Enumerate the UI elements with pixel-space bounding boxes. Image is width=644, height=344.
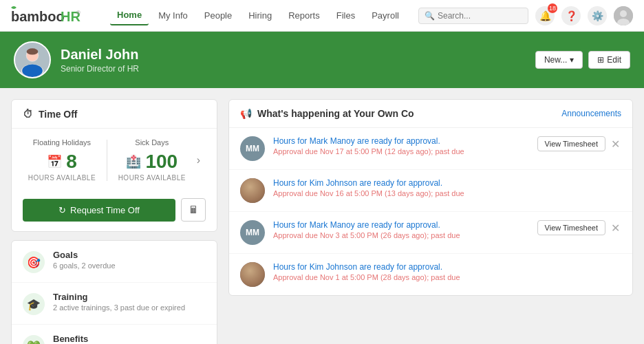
profile-avatar bbox=[14, 41, 51, 78]
notif-subtitle-4: Approval due Nov 1 at 5:00 PM (28 days a… bbox=[273, 273, 613, 281]
nav-people[interactable]: People bbox=[197, 6, 239, 25]
dismiss-button-1[interactable]: ✕ bbox=[610, 138, 621, 151]
svg-point-11 bbox=[27, 48, 39, 54]
avatar-mm-1: MM bbox=[240, 136, 265, 161]
svg-point-9 bbox=[22, 64, 43, 77]
right-panel: 📢 What's happening at Your Own Co Announ… bbox=[228, 99, 633, 344]
nav-myinfo[interactable]: My Info bbox=[151, 6, 195, 25]
notif-title-4[interactable]: Hours for Kim Johnson are ready for appr… bbox=[273, 262, 613, 272]
timeoff-sick: Sick Days 🏥 100 Hours Available bbox=[113, 138, 191, 182]
benefits-icon: 💚 bbox=[23, 335, 45, 344]
timeoff-types: Floating Holidays 📅 8 Hours Available Si… bbox=[23, 138, 206, 182]
navbar: bamboo HR ® Home My Info People Hiring R… bbox=[0, 0, 644, 32]
notif-content-2: Hours for Kim Johnson are ready for appr… bbox=[273, 178, 613, 197]
notif-title-3[interactable]: Hours for Mark Manoy are ready for appro… bbox=[273, 220, 529, 230]
nav-hiring[interactable]: Hiring bbox=[242, 6, 279, 25]
calculator-button[interactable]: 🖩 bbox=[181, 198, 206, 222]
megaphone-icon: 📢 bbox=[240, 108, 252, 119]
profile-info: Daniel John Senior Director of HR bbox=[14, 41, 139, 78]
clock-icon: ⏱ bbox=[23, 108, 33, 120]
goals-title: Goals bbox=[53, 250, 206, 260]
svg-text:bamboo: bamboo bbox=[11, 9, 65, 24]
sick-icon: 🏥 bbox=[126, 154, 141, 169]
kim-avatar-img bbox=[240, 178, 265, 203]
whats-happening-card: 📢 What's happening at Your Own Co Announ… bbox=[228, 99, 633, 296]
timeoff-next-button[interactable]: › bbox=[194, 154, 203, 166]
benefits-item[interactable]: 💚 Benefits You are enrolled in 4 benefit… bbox=[12, 325, 217, 344]
sick-label: Sick Days bbox=[113, 138, 191, 147]
announcements-link[interactable]: Announcements bbox=[561, 109, 621, 118]
avatar-kj-4 bbox=[240, 262, 265, 287]
timeoff-actions: ↻ Request Time Off 🖩 bbox=[12, 191, 217, 231]
timeoff-divider bbox=[107, 140, 107, 181]
training-icon: 🎓 bbox=[23, 293, 45, 315]
training-subtitle: 2 active trainings, 3 past due or expire… bbox=[53, 303, 206, 312]
settings-icon[interactable]: ⚙️ bbox=[588, 6, 607, 25]
view-timesheet-button-3[interactable]: View Timesheet bbox=[537, 220, 605, 235]
floating-sublabel: Hours Available bbox=[23, 174, 101, 182]
search-box[interactable]: 🔍 bbox=[418, 8, 528, 24]
edit-button[interactable]: ⊞ Edit bbox=[588, 51, 630, 69]
nav-reports[interactable]: Reports bbox=[281, 6, 327, 25]
search-input[interactable] bbox=[438, 11, 520, 21]
left-panel: ⏱ Time Off Floating Holidays 📅 8 Hours A… bbox=[11, 99, 217, 344]
timeoff-nav: › bbox=[191, 154, 206, 166]
timeoff-floating: Floating Holidays 📅 8 Hours Available bbox=[23, 138, 101, 182]
avatar-kj-2 bbox=[240, 178, 265, 203]
wh-header: 📢 What's happening at Your Own Co Announ… bbox=[229, 100, 632, 128]
view-timesheet-button-1[interactable]: View Timesheet bbox=[537, 136, 605, 151]
help-icon[interactable]: ❓ bbox=[561, 6, 581, 25]
nav-home[interactable]: Home bbox=[110, 6, 149, 25]
notif-content-4: Hours for Kim Johnson are ready for appr… bbox=[273, 262, 613, 281]
floating-amount: 📅 8 bbox=[23, 151, 101, 173]
kim-avatar-img-2 bbox=[240, 262, 265, 287]
profile-title: Senior Director of HR bbox=[61, 64, 139, 74]
profile-actions: New... ▾ ⊞ Edit bbox=[535, 51, 630, 69]
notif-actions-3: View Timesheet ✕ bbox=[537, 220, 621, 235]
sick-sublabel: Hours Available bbox=[113, 174, 191, 182]
timeoff-card: ⏱ Time Off Floating Holidays 📅 8 Hours A… bbox=[11, 99, 217, 232]
nav-payroll[interactable]: Payroll bbox=[365, 6, 406, 25]
notif-content-3: Hours for Mark Manoy are ready for appro… bbox=[273, 220, 529, 239]
svg-point-4 bbox=[620, 10, 627, 17]
floating-label: Floating Holidays bbox=[23, 138, 101, 147]
goals-content: Goals 6 goals, 2 overdue bbox=[53, 250, 206, 270]
goals-item[interactable]: 🎯 Goals 6 goals, 2 overdue bbox=[12, 241, 217, 283]
benefits-content: Benefits You are enrolled in 4 benefit p… bbox=[53, 334, 206, 344]
items-card: 🎯 Goals 6 goals, 2 overdue 🎓 Training 2 … bbox=[11, 240, 217, 344]
dismiss-button-3[interactable]: ✕ bbox=[610, 222, 621, 235]
notif-title-2[interactable]: Hours for Kim Johnson are ready for appr… bbox=[273, 178, 613, 188]
notification-bell[interactable]: 🔔 18 bbox=[535, 6, 555, 25]
notif-title-1[interactable]: Hours for Mark Manoy are ready for appro… bbox=[273, 136, 529, 146]
notif-subtitle-3: Approval due Nov 3 at 5:00 PM (26 days a… bbox=[273, 231, 529, 239]
notification-item-3: MM Hours for Mark Manoy are ready for ap… bbox=[229, 212, 632, 254]
svg-text:®: ® bbox=[76, 10, 80, 16]
refresh-icon: ↻ bbox=[58, 205, 66, 215]
user-avatar-nav[interactable] bbox=[614, 6, 633, 25]
notification-item-1: MM Hours for Mark Manoy are ready for ap… bbox=[229, 128, 632, 170]
notif-content-1: Hours for Mark Manoy are ready for appro… bbox=[273, 136, 529, 155]
search-icon: 🔍 bbox=[425, 11, 435, 21]
timeoff-content: Floating Holidays 📅 8 Hours Available Si… bbox=[12, 129, 217, 191]
training-title: Training bbox=[53, 292, 206, 302]
grid-icon: ⊞ bbox=[597, 55, 604, 65]
nav-links: Home My Info People Hiring Reports Files… bbox=[110, 6, 418, 25]
calendar-icon: 📅 bbox=[47, 154, 62, 169]
profile-header: Daniel John Senior Director of HR New...… bbox=[0, 32, 644, 88]
logo: bamboo HR ® bbox=[11, 6, 94, 25]
training-content: Training 2 active trainings, 3 past due … bbox=[53, 292, 206, 312]
notif-actions-1: View Timesheet ✕ bbox=[537, 136, 621, 151]
nav-files[interactable]: Files bbox=[330, 6, 362, 25]
notif-subtitle-2: Approval due Nov 16 at 5:00 PM (13 days … bbox=[273, 189, 613, 197]
goals-icon: 🎯 bbox=[23, 251, 45, 273]
profile-name: Daniel John bbox=[61, 47, 139, 63]
goals-subtitle: 6 goals, 2 overdue bbox=[53, 261, 206, 270]
timeoff-header: ⏱ Time Off bbox=[12, 100, 217, 129]
training-item[interactable]: 🎓 Training 2 active trainings, 3 past du… bbox=[12, 283, 217, 325]
avatar-mm-3: MM bbox=[240, 220, 265, 245]
notification-item-4: Hours for Kim Johnson are ready for appr… bbox=[229, 254, 632, 295]
notification-count: 18 bbox=[548, 3, 557, 13]
main-content: ⏱ Time Off Floating Holidays 📅 8 Hours A… bbox=[0, 88, 644, 344]
new-button[interactable]: New... ▾ bbox=[535, 51, 583, 69]
request-timeoff-button[interactable]: ↻ Request Time Off bbox=[23, 199, 175, 222]
